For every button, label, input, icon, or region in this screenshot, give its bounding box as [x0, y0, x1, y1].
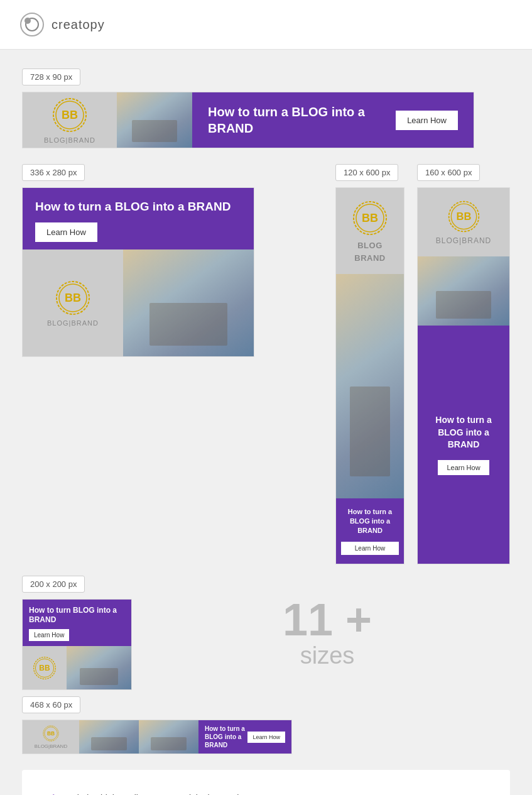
svg-point-0 — [21, 13, 43, 36]
svg-text:BB: BB — [65, 292, 81, 304]
bb-logo-icon-120: BB — [351, 199, 389, 237]
banner-120-headline: How to turn a BLOG into a BRAND — [341, 507, 399, 535]
bb-logo-icon: BB — [51, 96, 89, 134]
banner-468: BB BLOG|BRAND How to turn a BLOG into a … — [22, 720, 292, 754]
banner-336-bottom: BB BLOG|BRAND — [23, 249, 254, 356]
banner-120-brand-text: BRAND — [354, 253, 385, 263]
banner-728-logo: BB BLOG|BRAND — [23, 92, 117, 148]
header: creatopy — [0, 0, 532, 50]
svg-text:BB: BB — [47, 730, 55, 737]
banner-336: How to turn a BLOG into a BRAND Learn Ho… — [22, 187, 254, 357]
banner-120-blog-text: BLOG — [357, 241, 383, 250]
banner-468-learn-button[interactable]: Learn How — [247, 732, 285, 743]
size-label-200: 200 x 200 px — [22, 576, 85, 593]
banner-200-learn-button[interactable]: Learn How — [29, 629, 69, 641]
banner-200-bottom: BB — [23, 646, 131, 689]
bb-logo-icon-336: BB — [54, 279, 92, 317]
sizes-label: sizes — [170, 642, 485, 669]
banner-200-headline: How to turn BLOG into a BRAND — [29, 606, 125, 625]
banner-336-logo: BB BLOG|BRAND — [23, 249, 123, 356]
svg-point-2 — [24, 18, 31, 24]
banner-728-learn-button[interactable]: Learn How — [396, 111, 458, 130]
bb-logo-icon-160: BB — [447, 199, 481, 234]
bb-logo-icon-468: BB — [42, 725, 60, 742]
banner-200: How to turn BLOG into a BRAND Learn How … — [22, 599, 132, 690]
banner-200-cta: How to turn BLOG into a BRAND Learn How — [23, 600, 131, 646]
banner-468-brand-label: BLOG|BRAND — [35, 743, 67, 749]
banner-120-photo — [336, 274, 404, 498]
banner-336-headline: How to turn a BLOG into a BRAND — [35, 199, 241, 215]
banner-468-cta: How to turn a BLOG into a BRAND Learn Ho… — [198, 720, 291, 754]
ad-section-728: 728 x 90 px BB BLOG|BRAND How to turn a … — [22, 69, 510, 148]
banner-120-learn-button[interactable]: Learn How — [341, 542, 399, 555]
size-label-120: 120 x 600 px — [335, 164, 398, 181]
size-label-728: 728 x 90 px — [22, 69, 80, 85]
feature-item-1: ✓ Includes high quality Images, original… — [47, 792, 485, 795]
ad-section-468: 468 x 60 px BB BLOG|BRAND How to — [22, 696, 510, 754]
svg-text:BB: BB — [456, 211, 471, 222]
ad-section-336: 336 x 280 px How to turn a BLOG into a B… — [22, 164, 254, 357]
banner-160-learn-button[interactable]: Learn How — [438, 460, 489, 475]
banner-160-headline: How to turn a BLOG into a BRAND — [425, 414, 502, 451]
banner-200-logo: BB — [23, 646, 67, 689]
banner-336-brand-label: BLOG|BRAND — [47, 319, 99, 327]
logo-text: creatopy — [52, 18, 105, 32]
banner-200-photo — [67, 646, 131, 689]
sizes-promo: 11 + sizes — [144, 584, 510, 682]
banner-728-cta: How to turn a BLOG into a BRAND Learn Ho… — [192, 92, 474, 148]
banner-468-photo2 — [139, 720, 198, 754]
banner-160: BB BLOG|BRAND How to turn a BLOG into a … — [417, 187, 510, 564]
banner-120-cta: How to turn a BLOG into a BRAND Learn Ho… — [336, 498, 404, 564]
banner-728: BB BLOG|BRAND How to turn a BLOG into a … — [22, 92, 474, 148]
svg-text:BB: BB — [39, 664, 50, 672]
features-section: ✓ Includes high quality Images, original… — [22, 770, 510, 795]
banner-160-cta: How to turn a BLOG into a BRAND Learn Ho… — [418, 326, 509, 564]
banner-468-logo: BB BLOG|BRAND — [23, 720, 79, 754]
ad-section-row-336: 336 x 280 px How to turn a BLOG into a B… — [22, 164, 510, 564]
ad-section-200: 200 x 200 px How to turn BLOG into a BRA… — [22, 576, 132, 690]
banner-160-logo: BB BLOG|BRAND — [418, 188, 509, 256]
size-label-468: 468 x 60 px — [22, 696, 80, 713]
banner-728-photo — [117, 92, 192, 148]
banner-120: BB BLOG BRAND How to turn a BLOG into a … — [335, 187, 404, 564]
banner-160-brand-label: BLOG|BRAND — [436, 236, 491, 245]
svg-text:BB: BB — [362, 212, 378, 224]
size-label-160: 160 x 600 px — [417, 164, 480, 181]
creatopy-logo-icon — [19, 11, 45, 38]
banner-468-headline: How to turn a BLOG into a BRAND — [205, 725, 247, 749]
feature-text-1: Includes high quality Images, original A… — [65, 793, 278, 796]
main-content: 728 x 90 px BB BLOG|BRAND How to turn a … — [0, 50, 532, 795]
banner-336-learn-button[interactable]: Learn How — [35, 222, 97, 242]
banner-728-headline: How to turn a BLOG into a BRAND — [208, 104, 396, 136]
banner-120-logo: BB BLOG BRAND — [336, 188, 404, 274]
ad-section-row-200: 200 x 200 px How to turn BLOG into a BRA… — [22, 576, 510, 690]
banner-468-photo1 — [79, 720, 139, 754]
ad-section-120: 120 x 600 px BB BLOG BRAND How to turn a… — [335, 164, 404, 564]
bb-logo-icon-200: BB — [32, 655, 57, 681]
banner-336-photo — [123, 249, 254, 356]
svg-text:BB: BB — [62, 109, 78, 121]
size-label-336: 336 x 280 px — [22, 164, 85, 181]
banner-160-photo — [418, 256, 509, 326]
ad-section-160: 160 x 600 px BB BLOG|BRAND How to turn a… — [417, 164, 510, 564]
check-icon-1: ✓ — [47, 792, 55, 795]
banner-336-cta: How to turn a BLOG into a BRAND Learn Ho… — [23, 188, 254, 249]
sizes-number: 11 + — [170, 597, 485, 642]
banner-728-brand-label: BLOG|BRAND — [44, 136, 95, 144]
